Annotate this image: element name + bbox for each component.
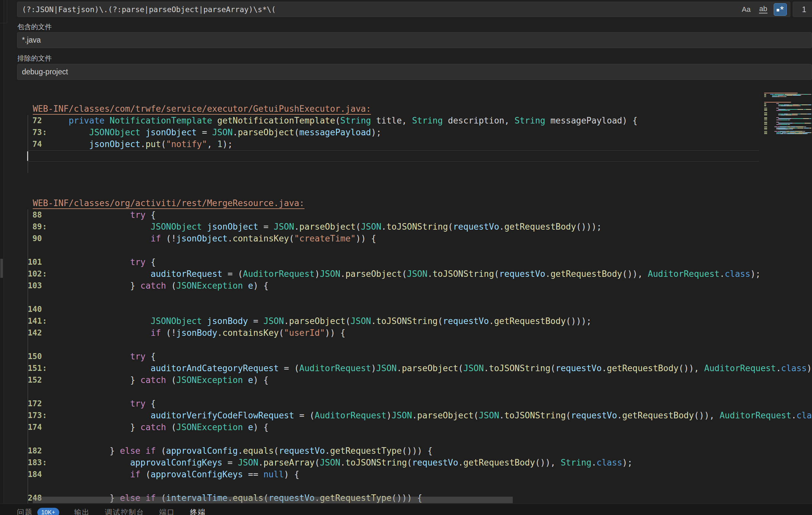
result-line[interactable]: 103 } catch (JSONException e) { bbox=[0, 280, 812, 292]
panel-tab-label: 终端 bbox=[190, 508, 206, 515]
panel-tab-终端[interactable]: 终端 bbox=[190, 508, 206, 515]
line-number: 141 bbox=[20, 317, 42, 326]
result-line[interactable]: 74 jsonObject.put("notify", 1); bbox=[0, 139, 812, 151]
minimap-line bbox=[763, 112, 811, 113]
panel-tab-label: 输出 bbox=[74, 508, 90, 515]
match-line-colon: : bbox=[42, 458, 47, 467]
code-text: auditorVerifyCodeFlowRequest = (AuditorR… bbox=[48, 410, 812, 420]
line-number: 151 bbox=[20, 364, 42, 373]
code-text: auditorRequest = (AuditorRequest)JSON.pa… bbox=[48, 269, 761, 279]
search-query-input[interactable]: (?:JSON|Fastjson)\.(?:parse|parseObject|… bbox=[17, 2, 790, 17]
search-option-buttons: Aa ab * bbox=[740, 3, 787, 16]
code-text: jsonObject.put("notify", 1); bbox=[48, 139, 233, 149]
minimap-line bbox=[763, 123, 811, 124]
minimap-line bbox=[763, 108, 811, 109]
result-line[interactable]: 88 try { bbox=[0, 209, 812, 221]
line-number: 184 bbox=[20, 470, 42, 479]
code-text: if (!jsonObject.containsKey("createTime"… bbox=[48, 234, 376, 243]
match-line-colon: : bbox=[42, 364, 47, 373]
text-cursor bbox=[27, 151, 28, 161]
problems-count-badge: 10K+ bbox=[37, 508, 59, 515]
result-line[interactable]: 101 try { bbox=[0, 256, 812, 268]
line-number: 72 bbox=[20, 116, 42, 125]
result-count: 1 bbox=[802, 5, 806, 14]
result-count-box[interactable]: 1 bbox=[793, 2, 812, 17]
bottom-panel: 问题10K+输出调试控制台端口终端 bbox=[0, 504, 812, 515]
regex-toggle-button[interactable]: * bbox=[774, 3, 787, 16]
file-heading[interactable]: WEB-INF/classes/com/trwfe/service/execut… bbox=[0, 103, 812, 115]
files-to-exclude-input[interactable]: debug-project bbox=[17, 64, 812, 80]
result-line[interactable]: 172 try { bbox=[0, 398, 812, 410]
code-text: try { bbox=[48, 399, 156, 409]
whole-word-button[interactable]: ab bbox=[757, 3, 770, 16]
code-text: try { bbox=[48, 257, 156, 267]
code-text: approvalConfigKeys = JSON.parseArray(JSO… bbox=[48, 458, 633, 467]
panel-tab-调试控制台[interactable]: 调试控制台 bbox=[105, 508, 144, 515]
file-heading[interactable]: WEB-INF/classes/org/activiti/rest/MergeR… bbox=[0, 197, 812, 209]
minimap-line bbox=[763, 109, 811, 110]
minimap-line bbox=[763, 119, 811, 120]
result-line[interactable]: 73: JSONObject jsonObject = JSON.parseOb… bbox=[0, 127, 812, 139]
minimap-line bbox=[763, 129, 811, 130]
line-number: 73 bbox=[20, 128, 42, 137]
result-line[interactable]: 173: auditorVerifyCodeFlowRequest = (Aud… bbox=[0, 410, 812, 422]
file-path-link[interactable]: WEB-INF/classes/org/activiti/rest/MergeR… bbox=[33, 198, 304, 209]
result-line[interactable]: 72 private NotificationTemplate getNotif… bbox=[0, 115, 812, 127]
horizontal-scrollbar[interactable] bbox=[33, 497, 513, 503]
match-line-colon: : bbox=[42, 128, 47, 137]
match-line-colon: : bbox=[42, 269, 47, 278]
line-number: 88 bbox=[20, 210, 42, 219]
line-number: 103 bbox=[20, 281, 42, 290]
result-line[interactable]: 142 if (!jsonBody.containsKey("userId"))… bbox=[0, 327, 812, 339]
result-line[interactable]: 141: JSONObject jsonBody = JSON.parseObj… bbox=[0, 316, 812, 327]
line-number: 173 bbox=[20, 411, 42, 420]
line-number: 89 bbox=[20, 222, 42, 231]
result-line[interactable]: 152 } catch (JSONException e) { bbox=[0, 375, 812, 386]
result-line[interactable]: 89: JSONObject jsonObject = JSON.parseOb… bbox=[0, 221, 812, 233]
code-text: } catch (JSONException e) { bbox=[48, 422, 268, 432]
file-path-link[interactable]: WEB-INF/classes/com/trwfe/service/execut… bbox=[33, 104, 371, 115]
result-line[interactable]: 184 if (approvalConfigKeys == null) { bbox=[0, 469, 812, 481]
result-line[interactable]: 151: auditorAndCategoryRequest = (Audito… bbox=[0, 363, 812, 375]
minimap-line bbox=[763, 131, 811, 132]
minimap-line bbox=[763, 133, 811, 134]
code-text: try { bbox=[48, 210, 156, 220]
minimap-line bbox=[763, 103, 811, 104]
minimap-line bbox=[763, 124, 811, 125]
match-line-colon: : bbox=[42, 411, 47, 420]
panel-tab-端口[interactable]: 端口 bbox=[160, 508, 175, 515]
line-number: 172 bbox=[20, 399, 42, 408]
corner-divider-vertical bbox=[7, 0, 7, 23]
minimap-line bbox=[763, 102, 811, 103]
minimap[interactable] bbox=[763, 93, 811, 197]
result-line[interactable]: 102: auditorRequest = (AuditorRequest)JS… bbox=[0, 268, 812, 280]
code-text: if (!jsonBody.containsKey("userId")) { bbox=[48, 328, 345, 338]
minimap-line bbox=[763, 105, 811, 106]
minimap-line bbox=[763, 110, 811, 111]
result-line[interactable]: 140 bbox=[0, 304, 812, 316]
panel-tab-问题[interactable]: 问题10K+ bbox=[17, 508, 59, 515]
match-case-button[interactable]: Aa bbox=[740, 3, 753, 16]
line-number: 183 bbox=[20, 458, 42, 467]
minimap-line bbox=[763, 118, 811, 119]
result-line[interactable]: 183: approvalConfigKeys = JSON.parseArra… bbox=[0, 457, 812, 469]
line-number: 102 bbox=[20, 269, 42, 278]
panel-tab-label: 端口 bbox=[160, 508, 175, 515]
result-line[interactable]: 182 } else if (approvalConfig.equals(req… bbox=[0, 445, 812, 457]
line-number: 142 bbox=[20, 328, 42, 337]
result-line[interactable]: 150 try { bbox=[0, 351, 812, 363]
result-line[interactable]: 90 if (!jsonObject.containsKey("createTi… bbox=[0, 233, 812, 245]
result-line[interactable]: 174 } catch (JSONException e) { bbox=[0, 422, 812, 433]
regex-icon: * bbox=[777, 6, 784, 13]
files-to-include-label: 包含的文件 bbox=[17, 22, 52, 31]
line-number: 140 bbox=[20, 305, 42, 314]
minimap-line bbox=[763, 93, 811, 94]
minimap-line bbox=[763, 122, 811, 123]
code-text: } catch (JSONException e) { bbox=[48, 281, 268, 291]
panel-tabs: 问题10K+输出调试控制台端口终端 bbox=[17, 508, 812, 515]
panel-tab-输出[interactable]: 输出 bbox=[74, 508, 90, 515]
line-number: 101 bbox=[20, 258, 42, 267]
files-to-include-input[interactable]: *.java bbox=[17, 32, 812, 48]
current-line-border bbox=[28, 161, 759, 162]
minimap-line bbox=[763, 106, 811, 106]
